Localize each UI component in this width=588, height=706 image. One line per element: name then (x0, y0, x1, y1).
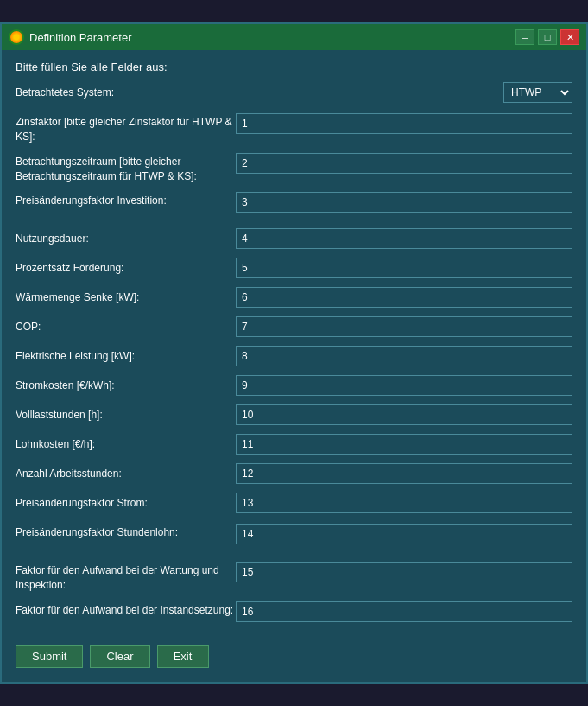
field-label-13: Preisänderungsfaktor Stundenlohn: (16, 524, 236, 540)
field-row-2: Preisänderungsfaktor Investition: (16, 188, 572, 221)
field-label-9: Volllaststunden [h]: (16, 409, 236, 423)
field-input-6[interactable] (236, 316, 572, 337)
field-input-4[interactable] (236, 258, 572, 278)
field-label-5: Wärmemenge Senke [kW]: (16, 291, 236, 305)
field-row-12: Preisänderungsfaktor Strom: (16, 491, 572, 515)
field-label-1: Betrachtungszeitraum [bitte gleicher Bet… (16, 153, 236, 184)
field-label-7: Elektrische Leistung [kW]: (16, 350, 236, 364)
field-input-3[interactable] (236, 228, 572, 249)
field-input-1[interactable] (236, 153, 572, 174)
submit-button[interactable]: Submit (16, 645, 83, 668)
field-input-10[interactable] (236, 434, 572, 455)
field-row-13: Preisänderungsfaktor Stundenlohn: (16, 520, 572, 553)
field-row-9: Volllaststunden [h]: (16, 403, 572, 427)
field-input-15[interactable] (236, 601, 572, 622)
field-row-11: Anzahl Arbeitsstunden: (16, 461, 572, 486)
form-instruction: Bitte füllen Sie alle Felder aus: (16, 60, 572, 73)
minimize-button[interactable]: – (515, 29, 534, 45)
field-input-2[interactable] (236, 192, 572, 213)
field-row-5: Wärmemenge Senke [kW]: (16, 285, 572, 309)
field-label-6: COP: (16, 321, 236, 334)
clear-button[interactable]: Clear (90, 645, 149, 668)
field-row-14: Faktor für den Aufwand bei der Wartung u… (16, 558, 572, 593)
field-input-8[interactable] (236, 375, 572, 396)
main-window: Definition Parameter – □ ✕ Bitte füllen … (0, 22, 588, 684)
field-input-5[interactable] (236, 287, 572, 308)
system-select[interactable]: HTWP KS (503, 82, 572, 103)
system-row: Betrachtetes System: HTWP KS (16, 82, 572, 103)
field-label-14: Faktor für den Aufwand bei der Wartung u… (16, 562, 236, 593)
field-input-0[interactable] (236, 113, 572, 134)
field-input-11[interactable] (236, 463, 572, 484)
field-row-0: Zinsfaktor [bitte gleicher Zinsfaktor fü… (16, 110, 572, 144)
field-label-3: Nutzungsdauer: (16, 232, 236, 246)
field-input-12[interactable] (236, 493, 572, 513)
close-button[interactable]: ✕ (560, 29, 579, 45)
field-row-3: Nutzungsdauer: (16, 226, 572, 251)
field-label-4: Prozentsatz Förderung: (16, 262, 236, 276)
form-content: Bitte füllen Sie alle Felder aus: Betrac… (2, 50, 586, 682)
field-label-11: Anzahl Arbeitsstunden: (16, 467, 236, 481)
field-input-13[interactable] (236, 524, 572, 544)
window-title: Definition Parameter (29, 31, 132, 44)
exit-button[interactable]: Exit (157, 645, 209, 668)
title-bar: Definition Parameter – □ ✕ (2, 24, 586, 50)
field-row-4: Prozentsatz Förderung: (16, 256, 572, 280)
field-row-1: Betrachtungszeitraum [bitte gleicher Bet… (16, 149, 572, 184)
button-row: Submit Clear Exit (16, 636, 572, 671)
field-row-6: COP: (16, 315, 572, 339)
field-row-15: Faktor für den Aufwand bei der Instandse… (16, 598, 572, 631)
field-label-12: Preisänderungsfaktor Strom: (16, 497, 236, 511)
field-input-7[interactable] (236, 346, 572, 366)
field-label-10: Lohnkosten [€/h]: (16, 438, 236, 452)
title-controls: – □ ✕ (515, 29, 579, 45)
field-row-7: Elektrische Leistung [kW]: (16, 344, 572, 368)
field-input-9[interactable] (236, 404, 572, 425)
field-label-8: Stromkosten [€/kWh]: (16, 379, 236, 393)
field-input-14[interactable] (236, 562, 572, 582)
field-label-2: Preisänderungsfaktor Investition: (16, 192, 236, 208)
field-row-8: Stromkosten [€/kWh]: (16, 373, 572, 398)
field-label-15: Faktor für den Aufwand bei der Instandse… (16, 601, 236, 618)
system-label: Betrachtetes System: (16, 86, 503, 99)
field-row-10: Lohnkosten [€/h]: (16, 432, 572, 456)
app-icon (9, 29, 24, 45)
maximize-button[interactable]: □ (538, 29, 557, 45)
field-label-0: Zinsfaktor [bitte gleicher Zinsfaktor fü… (16, 113, 236, 144)
title-bar-left: Definition Parameter (9, 29, 132, 45)
